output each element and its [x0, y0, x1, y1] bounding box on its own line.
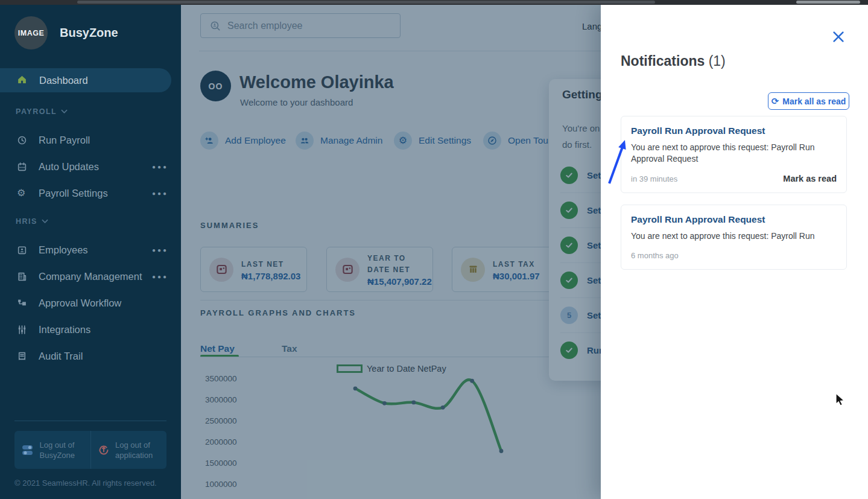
sidebar-item-label: Payroll Settings [39, 188, 108, 199]
notification-title: Payroll Run Approval Request [631, 126, 837, 136]
restore-icon [98, 444, 110, 456]
sidebar-divider [14, 421, 166, 421]
company-logo: IMAGE [14, 16, 48, 49]
badge-icon [17, 245, 28, 255]
sidebar-item-label: Company Management [39, 271, 142, 282]
calendar-icon [17, 162, 28, 172]
logout-busyzone-label: Log out of BusyZone [40, 440, 84, 460]
chevron-down-icon [42, 219, 48, 224]
sidebar-item-payroll-settings[interactable]: ⚙Payroll Settings●●● [0, 182, 181, 204]
chrome-segment [77, 1, 655, 4]
sidebar-item-audit-trail[interactable]: Audit Trail [0, 345, 181, 367]
notification-card[interactable]: Payroll Run Approval RequestYou are next… [621, 205, 847, 270]
mark-as-read-button[interactable]: Mark as read [783, 174, 837, 183]
sidebar-item-run-payroll[interactable]: Run Payroll [0, 129, 181, 151]
notifications-title: Notifications (1) [621, 53, 726, 69]
sidebar-item-label: Employees [39, 244, 88, 256]
browser-chrome-strip [0, 0, 868, 5]
item-options-menu[interactable]: ●●● [152, 247, 168, 253]
sidebar-item-employees[interactable]: Employees●●● [0, 239, 181, 261]
sidebar-item-approval-workflow[interactable]: Approval Workflow [0, 292, 181, 314]
notifications-count: (1) [709, 53, 726, 69]
receipt-icon [17, 351, 28, 361]
workflow-icon [17, 298, 28, 308]
section-label: PAYROLL [16, 107, 57, 116]
history-icon [17, 135, 28, 145]
mark-all-as-read-button[interactable]: ⟳ Mark all as read [768, 92, 849, 110]
sidebar-item-integrations[interactable]: Integrations [0, 319, 181, 340]
sidebar-item-auto-updates[interactable]: Auto Updates●●● [0, 156, 181, 177]
sidebar-item-label: Integrations [39, 324, 90, 335]
sidebar: IMAGE BusyZone Dashboard PAYROLLRun Payr… [0, 5, 181, 499]
notifications-drawer: Notifications (1) ⟳ Mark all as read Pay… [601, 5, 868, 499]
logout-box: Log out of BusyZone Log out of applicati… [14, 431, 166, 469]
chevron-down-icon [61, 109, 68, 114]
app-root: IMAGE BusyZone Dashboard PAYROLLRun Payr… [0, 0, 868, 499]
logout-busyzone-button[interactable]: Log out of BusyZone [14, 431, 90, 469]
section-label: HRIS [16, 217, 37, 226]
home-icon [17, 74, 27, 87]
item-options-menu[interactable]: ●●● [152, 273, 168, 280]
building-icon [17, 272, 28, 282]
sidebar-item-company-management[interactable]: Company Management●●● [0, 265, 181, 287]
notification-card[interactable]: Payroll Run Approval RequestYou are next… [621, 116, 847, 193]
sidebar-section-payroll[interactable]: PAYROLL [16, 107, 68, 116]
logout-application-button[interactable]: Log out of application [90, 431, 166, 469]
item-options-menu[interactable]: ●●● [152, 164, 168, 170]
notification-timestamp: in 39 minutes [631, 174, 677, 183]
notification-body: You are next to approve this request: Pa… [631, 230, 838, 242]
brand-name: BusyZone [60, 26, 118, 40]
refresh-icon: ⟳ [771, 97, 779, 106]
close-icon[interactable] [832, 30, 846, 45]
mark-all-label: Mark all as read [782, 97, 846, 106]
notification-body: You are next to approve this request: Pa… [631, 142, 838, 165]
notification-title: Payroll Run Approval Request [631, 214, 837, 225]
notification-timestamp: 6 months ago [631, 251, 679, 260]
sidebar-item-label: Approval Workflow [39, 297, 121, 309]
notifications-title-text: Notifications [621, 53, 705, 69]
sliders-icon [17, 325, 28, 335]
sidebar-item-label: Auto Updates [39, 161, 99, 173]
sidebar-item-label: Audit Trail [39, 351, 83, 362]
sidebar-section-hris[interactable]: HRIS [16, 217, 48, 226]
toggle-icon [21, 444, 34, 456]
sidebar-item-label: Run Payroll [39, 135, 90, 146]
chrome-segment [796, 1, 860, 4]
logout-application-label: Log out of application [115, 440, 160, 460]
item-options-menu[interactable]: ●●● [152, 190, 168, 197]
gear-icon: ⚙ [17, 188, 28, 198]
sidebar-item-label: Dashboard [39, 75, 88, 86]
copyright-text: © 2021 SeamlessHR. All rights reserved. [14, 478, 157, 488]
sidebar-item-dashboard[interactable]: Dashboard [0, 68, 171, 92]
